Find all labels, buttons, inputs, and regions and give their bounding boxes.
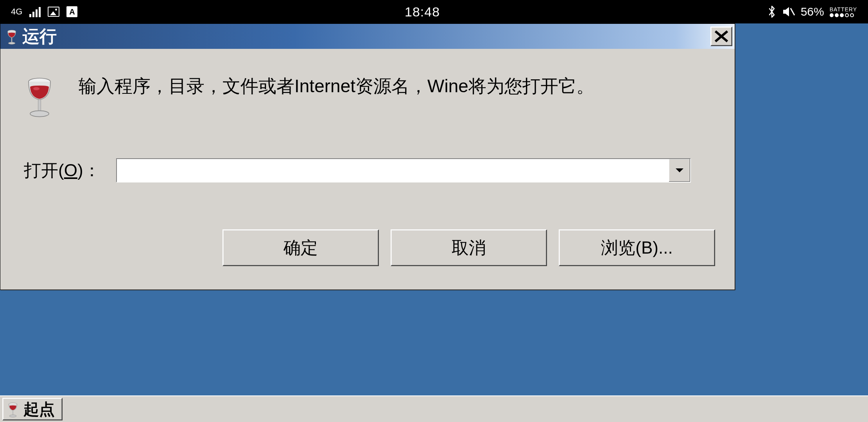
start-button-label: 起点 [23, 399, 55, 420]
svg-point-5 [33, 87, 39, 90]
run-dialog-window: 运行 输入程序，目录，文件或者Internet资源名 [0, 23, 735, 290]
wine-icon [24, 72, 55, 119]
ok-button[interactable]: 确定 [222, 229, 379, 266]
svg-rect-6 [38, 100, 41, 111]
dialog-description: 输入程序，目录，文件或者Internet资源名，Wine将为您打开它。 [79, 72, 594, 100]
taskbar[interactable]: 起点 [0, 395, 868, 422]
wine-icon [5, 27, 18, 46]
svg-line-0 [791, 8, 794, 15]
open-label: 打开(O)： [24, 159, 100, 182]
picture-icon [48, 7, 59, 17]
svg-rect-9 [13, 410, 13, 415]
network-type-label: 4G [11, 9, 22, 15]
open-input[interactable] [117, 159, 668, 182]
clock-label: 18:48 [77, 4, 767, 20]
battery-dots-icon [830, 13, 854, 17]
cancel-button[interactable]: 取消 [391, 229, 547, 266]
signal-strength-icon [29, 6, 41, 17]
bluetooth-icon [767, 5, 777, 18]
android-status-bar: 4G A 18:48 56% BATTERY [0, 0, 868, 23]
svg-point-7 [30, 111, 49, 116]
input-method-icon: A [66, 6, 77, 17]
close-button[interactable] [710, 27, 732, 46]
start-button[interactable]: 起点 [2, 398, 63, 420]
window-title: 运行 [22, 25, 57, 48]
dropdown-button[interactable] [668, 159, 690, 182]
svg-point-10 [9, 415, 16, 417]
open-combobox[interactable] [116, 158, 691, 182]
wine-icon [6, 400, 20, 418]
svg-point-3 [8, 42, 15, 45]
browse-button[interactable]: 浏览(B)... [559, 229, 715, 266]
title-bar[interactable]: 运行 [0, 24, 735, 49]
battery-word-label: BATTERY [830, 7, 857, 12]
desktop-area[interactable]: 运行 输入程序，目录，文件或者Internet资源名 [0, 23, 868, 395]
battery-percent-label: 56% [801, 5, 824, 18]
dialog-client-area: 输入程序，目录，文件或者Internet资源名，Wine将为您打开它。 打开(O… [0, 49, 735, 290]
svg-rect-2 [11, 38, 12, 42]
mute-icon [782, 6, 795, 18]
